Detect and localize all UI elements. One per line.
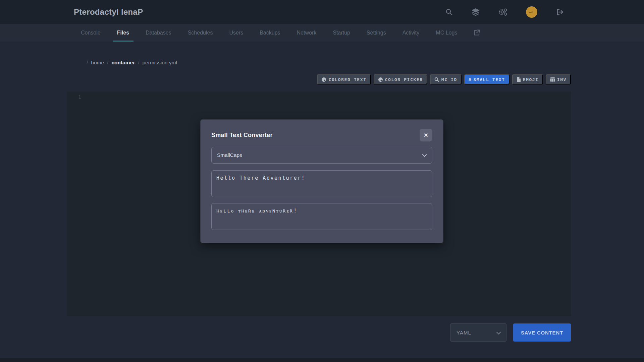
editor-toolbar: COLORED TEXT COLOR PICKER MC ID A SMALL … [317, 74, 571, 84]
modal-header: Small Text Converter × [211, 129, 432, 141]
file-icon [517, 77, 521, 82]
breadcrumb-separator: / [107, 60, 108, 66]
topbar-icon-group [445, 6, 564, 18]
button-label: COLOR PICKER [385, 77, 423, 82]
search-icon[interactable] [445, 8, 453, 16]
tab-settings[interactable]: Settings [362, 24, 390, 42]
conversion-mode-select[interactable]: SmallCaps [211, 147, 432, 164]
page-bottom-edge [0, 358, 644, 362]
button-label: INV [557, 77, 567, 82]
button-label: COLORED TEXT [328, 77, 366, 82]
colored-text-button[interactable]: COLORED TEXT [317, 74, 371, 84]
tab-users[interactable]: Users [225, 24, 248, 42]
tab-files[interactable]: Files [113, 24, 133, 42]
emoji-button[interactable]: EMOJI [512, 74, 543, 84]
palette-icon [378, 77, 383, 82]
font-a-icon: A [469, 77, 471, 82]
language-select-value: YAML [457, 330, 471, 336]
converter-input-textarea[interactable]: Hello There Adventurer! [211, 170, 432, 197]
breadcrumb-home[interactable]: home [91, 60, 104, 66]
layers-icon[interactable] [472, 8, 480, 16]
color-picker-button[interactable]: COLOR PICKER [374, 74, 427, 84]
tab-console[interactable]: Console [76, 24, 105, 42]
conversion-mode-value: SmallCaps [217, 152, 242, 158]
converter-output-textarea[interactable]: ʜᴇʟʟᴏ ᴛʜᴇʀᴇ ᴀᴅᴠᴇɴᴛᴜʀᴇʀ! [211, 203, 432, 230]
chevron-down-icon [496, 330, 501, 336]
breadcrumb-container[interactable]: container [111, 60, 135, 66]
chevron-down-icon [422, 152, 427, 158]
tab-databases[interactable]: Databases [141, 24, 176, 42]
inventory-icon [550, 77, 555, 82]
search-icon [434, 77, 439, 82]
gears-icon[interactable] [498, 8, 507, 16]
breadcrumb-filename: permission.yml [142, 60, 177, 66]
palette-icon [321, 77, 326, 82]
user-avatar[interactable] [526, 6, 537, 18]
button-label: EMOJI [523, 77, 539, 82]
tab-mc-logs[interactable]: MC Logs [431, 24, 462, 42]
tab-schedules[interactable]: Schedules [183, 24, 217, 42]
tab-activity[interactable]: Activity [398, 24, 424, 42]
editor-line-number: 1 [67, 92, 571, 100]
inventory-button[interactable]: INV [546, 74, 571, 84]
save-content-button[interactable]: SAVE CONTENT [513, 323, 571, 342]
small-text-button[interactable]: A SMALL TEXT [464, 74, 509, 84]
breadcrumb-separator: / [138, 60, 139, 66]
nav-tab-list: Console Files Databases Schedules Users … [76, 24, 484, 42]
app-title: Pterodactyl lenaP [74, 7, 143, 17]
tab-backups[interactable]: Backups [255, 24, 284, 42]
modal-title: Small Text Converter [211, 132, 273, 139]
editor-footer: YAML SAVE CONTENT [450, 323, 571, 342]
external-link-icon[interactable] [469, 24, 484, 42]
server-nav: Console Files Databases Schedules Users … [0, 24, 644, 42]
tab-network[interactable]: Network [292, 24, 321, 42]
small-text-converter-modal: Small Text Converter × SmallCaps Hello T… [200, 119, 443, 243]
tab-startup[interactable]: Startup [328, 24, 355, 42]
breadcrumb-separator: / [87, 60, 88, 66]
breadcrumb: / home / container / permission.yml [87, 60, 177, 66]
top-bar: Pterodactyl lenaP [0, 0, 644, 24]
close-icon[interactable]: × [420, 129, 432, 141]
button-label: MC ID [441, 77, 457, 82]
button-label: SMALL TEXT [473, 77, 505, 82]
mc-id-button[interactable]: MC ID [430, 74, 462, 84]
logout-icon[interactable] [556, 8, 564, 16]
language-select[interactable]: YAML [450, 323, 506, 342]
